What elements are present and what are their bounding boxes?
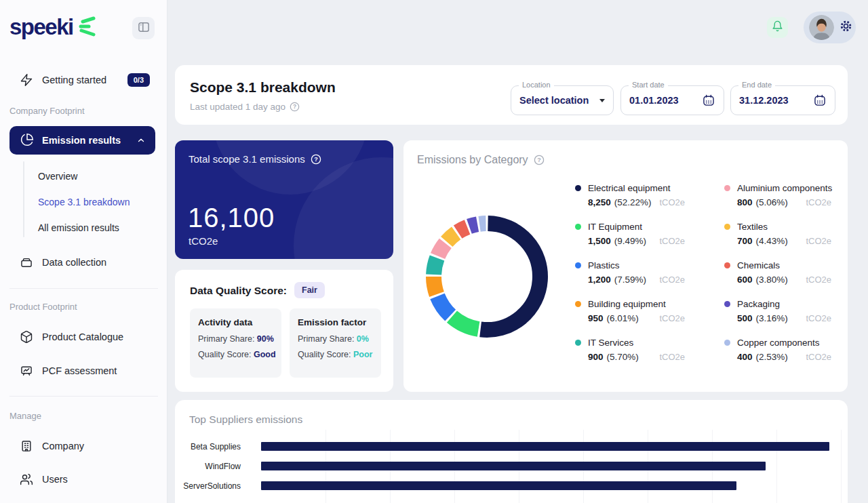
top-suppliers-card: Top Suppliers emissions Beta Supplies Wi… <box>175 400 848 503</box>
end-date-field[interactable]: End date 31.12.2023 <box>730 85 835 115</box>
legend-label: Textiles <box>737 222 768 232</box>
emissions-by-category-card: Emissions by Category ? Electrical equip… <box>403 140 848 392</box>
legend-dot <box>575 340 581 346</box>
legend-label: Plastics <box>588 260 620 270</box>
activity-data-panel: Activity data Primary Share: 90% Quality… <box>190 308 281 378</box>
pcf-assessment-label: PCF assessment <box>42 365 117 376</box>
legend-percent: (3.80%) <box>756 275 788 285</box>
primary-share-label: Primary Share: <box>298 334 354 344</box>
sidebar-item-company[interactable]: Company <box>9 434 155 458</box>
chevron-up-icon <box>136 136 146 145</box>
help-icon[interactable]: ? <box>311 154 321 165</box>
bar-track <box>261 437 841 456</box>
suppliers-bar-chart: Beta Supplies WindFlow ServerSolutions <box>175 437 848 496</box>
legend-percent: (52.22%) <box>614 197 652 207</box>
sidebar-item-getting-started[interactable]: Getting started 0/3 <box>9 68 155 92</box>
legend-unit: tCO2e <box>806 352 831 362</box>
legend-label: Electrical equipment <box>588 183 671 193</box>
legend-unit: tCO2e <box>659 197 685 207</box>
legend-dot <box>724 185 730 191</box>
logo[interactable]: speeki <box>9 14 98 41</box>
avatar[interactable] <box>809 15 834 40</box>
legend-item: Copper components 400(2.53%)tCO2e <box>724 338 831 365</box>
bar <box>261 481 736 490</box>
legend-dot <box>724 301 730 307</box>
svg-text:?: ? <box>293 103 296 110</box>
legend-column-left: Electrical equipment 8,250(52.22%)tCO2e … <box>575 183 685 365</box>
emission-factor-panel: Emission factor Primary Share: 0% Qualit… <box>290 308 381 378</box>
notifications-button[interactable] <box>767 17 788 38</box>
legend-unit: tCO2e <box>806 275 831 285</box>
calendar-icon[interactable] <box>813 94 827 107</box>
section-manage: Manage <box>9 411 41 421</box>
data-collection-label: Data collection <box>42 257 106 268</box>
legend-label: Packaging <box>737 299 780 309</box>
activity-data-title: Activity data <box>198 317 273 327</box>
legend-value: 500 <box>737 313 753 323</box>
legend-percent: (6.01%) <box>607 313 639 323</box>
location-select[interactable]: Location Select location <box>511 85 614 115</box>
total-emissions-title-text: Total scope 3.1 emissions <box>189 153 305 165</box>
bar-row: Beta Supplies <box>175 437 848 456</box>
help-icon[interactable]: ? <box>534 155 545 165</box>
bar <box>261 442 829 451</box>
legend-unit: tCO2e <box>806 313 831 323</box>
emissions-donut-chart <box>419 209 555 344</box>
legend-value: 1,500 <box>588 236 611 246</box>
sidebar-toggle-button[interactable] <box>132 17 155 39</box>
legend-item: Textiles 700(4.43%)tCO2e <box>724 222 831 249</box>
sidebar-subitem-scope-31-breakdown[interactable]: Scope 3.1 breakdown <box>38 192 153 212</box>
activity-quality-score: Quality Score: Good <box>198 350 273 359</box>
legend-value: 700 <box>737 236 753 246</box>
legend-label: IT Equipment <box>588 222 642 232</box>
legend-percent: (9.49%) <box>614 236 646 246</box>
sidebar-item-users[interactable]: Users <box>9 467 155 491</box>
legend-label: Building equipment <box>588 299 666 309</box>
subnav-guide-line <box>23 161 24 237</box>
legend-dot <box>575 224 581 230</box>
top-suppliers-title: Top Suppliers emissions <box>189 414 302 426</box>
cube-icon <box>19 329 34 344</box>
speeki-logo-icon <box>77 15 98 41</box>
sidebar-divider <box>9 288 158 289</box>
section-company-footprint: Company Footprint <box>9 106 85 116</box>
legend-unit: tCO2e <box>806 236 831 246</box>
help-icon[interactable]: ? <box>290 102 300 112</box>
legend-dot <box>724 262 730 268</box>
sidebar-item-emission-results[interactable]: Emission results <box>9 126 155 155</box>
svg-text:?: ? <box>537 157 541 163</box>
emission-factor-primary-share: Primary Share: 0% <box>298 334 373 344</box>
legend-unit: tCO2e <box>806 197 831 207</box>
legend-item: Aluminium components 800(5.06%)tCO2e <box>724 183 831 211</box>
legend-dot <box>575 185 581 191</box>
bar <box>261 462 766 470</box>
legend-value: 950 <box>588 313 604 323</box>
emissions-by-category-title-text: Emissions by Category <box>417 154 528 166</box>
sidebar-subitem-overview[interactable]: Overview <box>38 166 153 186</box>
chevron-down-icon <box>599 99 605 102</box>
user-menu[interactable] <box>804 12 856 43</box>
bar-row: ServerSolutions <box>175 476 848 496</box>
sidebar-item-pcf-assessment[interactable]: PCF assessment <box>9 359 155 383</box>
legend-value: 900 <box>588 352 604 362</box>
primary-share-value: 90% <box>257 334 274 344</box>
total-emissions-value: 16,100 <box>188 203 275 233</box>
logo-text: speeki <box>9 14 73 40</box>
start-date-field[interactable]: Start date 01.01.2023 <box>620 85 724 115</box>
calendar-icon[interactable] <box>702 94 715 107</box>
total-emissions-card: Total scope 3.1 emissions ? 16,100 tCO2e <box>175 140 393 259</box>
bar-category-label: WindFlow <box>175 462 241 471</box>
primary-share-label: Primary Share: <box>198 334 254 344</box>
legend-item: IT Services 900(5.70%)tCO2e <box>575 338 685 365</box>
legend-item: Electrical equipment 8,250(52.22%)tCO2e <box>575 183 685 211</box>
sidebar-item-data-collection[interactable]: Data collection <box>9 250 155 275</box>
settings-gear-icon[interactable] <box>838 18 854 37</box>
sidebar-item-product-catalogue[interactable]: Product Catalogue <box>9 325 155 349</box>
lightning-icon <box>19 73 34 87</box>
legend-item: Chemicals 600(3.80%)tCO2e <box>724 260 831 288</box>
bar-category-label: ServerSolutions <box>175 481 241 491</box>
sidebar-subitem-all-emission-results[interactable]: All emission results <box>38 218 153 238</box>
legend-item: Plastics 1,200(7.59%)tCO2e <box>575 260 685 288</box>
panel-toggle-icon <box>137 20 151 37</box>
bar-track <box>261 456 841 476</box>
